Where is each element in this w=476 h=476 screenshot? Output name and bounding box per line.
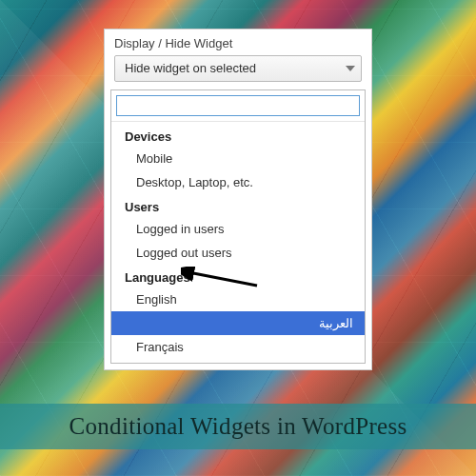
group-devices: Devices	[111, 124, 365, 147]
option-logged-out[interactable]: Logged out users	[111, 241, 365, 265]
option-mobile[interactable]: Mobile	[111, 147, 365, 170]
search-input[interactable]	[116, 95, 360, 116]
conditions-dropdown: Devices Mobile Desktop, Laptop, etc. Use…	[110, 89, 366, 364]
option-desktop[interactable]: Desktop, Laptop, etc.	[111, 170, 365, 194]
group-languages: Languages	[111, 265, 365, 288]
display-hide-label: Display / Hide Widget	[114, 36, 362, 50]
display-mode-select[interactable]: Hide widget on selected	[114, 55, 362, 82]
option-english[interactable]: English	[111, 288, 365, 311]
options-list: Devices Mobile Desktop, Laptop, etc. Use…	[111, 122, 365, 363]
caption-bar: Conditional Widgets in WordPress	[0, 404, 476, 449]
caption-text: Conditional Widgets in WordPress	[69, 413, 407, 439]
option-logged-in[interactable]: Logged in users	[111, 217, 365, 241]
option-arabic[interactable]: العربية	[111, 311, 365, 335]
display-mode-value: Hide widget on selected	[125, 61, 256, 75]
group-users: Users	[111, 194, 365, 217]
search-container	[111, 90, 365, 122]
widget-settings-panel: Display / Hide Widget Hide widget on sel…	[104, 29, 372, 370]
option-french[interactable]: Français	[111, 335, 365, 359]
chevron-down-icon	[346, 66, 355, 71]
